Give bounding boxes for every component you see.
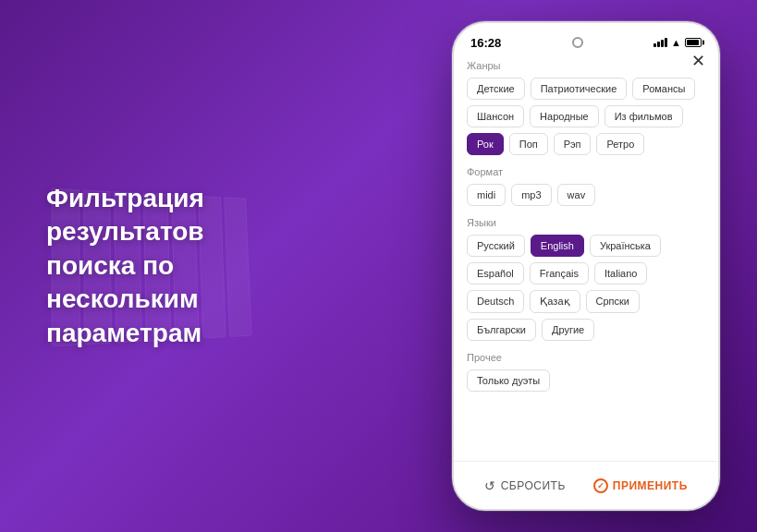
reset-button[interactable]: ↺ СБРОСИТЬ: [484, 478, 566, 493]
tags-genres: ДетскиеПатриотическиеРомансыШансонНародн…: [467, 78, 705, 155]
tag-рок[interactable]: Рок: [467, 133, 504, 155]
left-panel: Фильтрация результатов поиска по несколь…: [0, 182, 314, 350]
signal-bars-icon: [653, 38, 667, 47]
tag-español[interactable]: Español: [467, 262, 524, 284]
section-genres: ЖанрыДетскиеПатриотическиеРомансыШансонН…: [467, 60, 705, 155]
section-title-languages: Языки: [467, 217, 705, 228]
tag-шансон[interactable]: Шансон: [467, 105, 524, 127]
wifi-icon: ▲: [671, 37, 681, 48]
tag-патриотические[interactable]: Патриотические: [531, 78, 628, 100]
tag-русский[interactable]: Русский: [467, 235, 525, 257]
tag-wav[interactable]: wav: [557, 184, 596, 206]
status-icons: ▲: [653, 37, 702, 48]
tag-другие[interactable]: Другие: [542, 319, 594, 341]
tag-українська[interactable]: Українська: [590, 235, 661, 257]
tag-только-дуэты[interactable]: Только дуэты: [467, 369, 550, 392]
tag-поп[interactable]: Поп: [509, 133, 548, 155]
tag-mp3[interactable]: mp3: [511, 184, 551, 206]
status-time: 16:28: [470, 36, 501, 50]
tag-српски[interactable]: Српски: [586, 290, 640, 313]
section-title-other: Прочее: [467, 352, 705, 363]
reset-icon: ↺: [484, 478, 496, 493]
signal-bar-1: [653, 43, 656, 47]
close-button[interactable]: ✕: [691, 53, 705, 69]
signal-bar-3: [661, 40, 664, 47]
tag-midi[interactable]: midi: [467, 184, 506, 206]
section-title-genres: Жанры: [467, 60, 705, 71]
apply-button[interactable]: ✓ ПРИМЕНИТЬ: [593, 478, 688, 493]
section-title-format: Формат: [467, 166, 705, 177]
heading: Фильтрация результатов поиска по несколь…: [46, 182, 277, 350]
reset-label: СБРОСИТЬ: [501, 479, 566, 492]
tag-български[interactable]: Български: [467, 319, 536, 341]
battery-fill: [687, 40, 699, 45]
signal-bar-4: [665, 38, 667, 47]
apply-icon: ✓: [593, 478, 608, 493]
bottom-bar: ↺ СБРОСИТЬ ✓ ПРИМЕНИТЬ: [454, 461, 718, 509]
tag-deutsch[interactable]: Deutsch: [467, 290, 524, 313]
tag-народные[interactable]: Народные: [530, 105, 599, 127]
tag-français[interactable]: Français: [530, 262, 589, 284]
tags-other: Только дуэты: [467, 369, 705, 392]
phone-mockup: 16:28 ▲ ✕ ЖанрыДетскиеПатриотическиеРома…: [452, 21, 720, 511]
section-other: ПрочееТолько дуэты: [467, 352, 705, 392]
tag-детские[interactable]: Детские: [467, 78, 525, 100]
tag-italiano[interactable]: Italiano: [594, 262, 647, 284]
tags-languages: РусскийEnglishУкраїнськаEspañolFrançaisI…: [467, 235, 705, 341]
tag-рэп[interactable]: Рэп: [554, 133, 592, 155]
tag-қазақ[interactable]: Қазақ: [530, 290, 580, 313]
apply-label: ПРИМЕНИТЬ: [613, 479, 688, 492]
status-bar: 16:28 ▲: [454, 23, 718, 53]
tag-ретро[interactable]: Ретро: [596, 133, 644, 155]
modal-content: ЖанрыДетскиеПатриотическиеРомансыШансонН…: [454, 53, 718, 461]
status-notch: [572, 37, 583, 48]
section-format: Форматmidimp3wav: [467, 166, 705, 206]
signal-bar-2: [657, 42, 660, 47]
battery-icon: [685, 38, 702, 47]
phone-screen: 16:28 ▲ ✕ ЖанрыДетскиеПатриотическиеРома…: [452, 21, 720, 511]
section-languages: ЯзыкиРусскийEnglishУкраїнськаEspañolFran…: [467, 217, 705, 341]
tags-format: midimp3wav: [467, 184, 705, 206]
tag-романсы[interactable]: Романсы: [632, 78, 695, 100]
tag-english[interactable]: English: [531, 235, 584, 257]
tag-из-фильмов[interactable]: Из фильмов: [604, 105, 683, 127]
